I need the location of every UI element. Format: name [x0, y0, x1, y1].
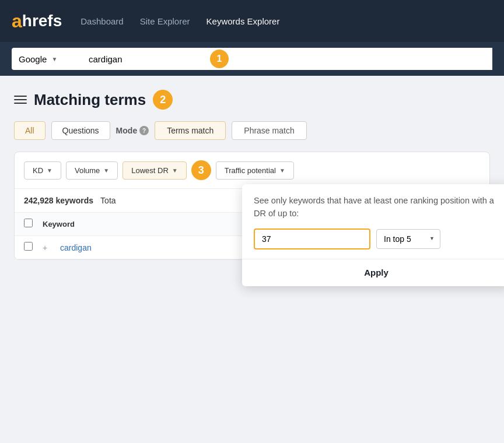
nav-dashboard[interactable]: Dashboard	[80, 16, 123, 26]
tooltip-description: See only keywords that have at least one…	[254, 196, 494, 218]
step-3-badge: 3	[191, 160, 211, 180]
dr-value-input[interactable]	[254, 228, 370, 249]
engine-chevron-icon: ▼	[51, 56, 57, 62]
tooltip-apply-section: Apply	[242, 259, 504, 286]
lowest-dr-chevron-icon: ▼	[172, 167, 178, 174]
volume-dropdown[interactable]: Volume ▼	[66, 161, 118, 180]
lowest-dr-dropdown[interactable]: Lowest DR ▼	[123, 161, 186, 180]
lowest-dr-tooltip: See only keywords that have at least one…	[242, 184, 504, 286]
row-keyword-link[interactable]: cardigan	[60, 243, 92, 252]
page-title: Matching terms	[34, 91, 146, 109]
main-content: Matching terms 2 All Questions Mode ? Te…	[0, 76, 504, 260]
mode-help-icon[interactable]: ?	[139, 126, 149, 135]
traffic-potential-chevron-icon: ▼	[279, 167, 285, 174]
kd-chevron-icon: ▼	[47, 167, 52, 174]
terms-match-button[interactable]: Terms match	[155, 121, 226, 140]
intop-wrapper: In top 5 In top 10 In top 20 In top 50	[376, 229, 440, 249]
all-filter-button[interactable]: All	[14, 121, 46, 140]
nav-keywords-explorer[interactable]: Keywords Explorer	[206, 16, 280, 26]
logo-suffix: hrefs	[22, 12, 62, 30]
tooltip-inputs: In top 5 In top 10 In top 20 In top 50	[254, 228, 499, 249]
step-2-badge: 2	[153, 90, 173, 110]
apply-button[interactable]: Apply	[364, 268, 388, 277]
kd-dropdown[interactable]: KD ▼	[24, 161, 61, 180]
row-checkbox-col	[24, 242, 43, 253]
filter-row: All Questions Mode ? Terms match Phrase …	[14, 121, 490, 140]
engine-select[interactable]: Google ▼	[12, 48, 82, 70]
intop-select[interactable]: In top 5 In top 10 In top 20 In top 50	[376, 229, 440, 249]
search-input[interactable]	[89, 54, 205, 64]
phrase-match-button[interactable]: Phrase match	[232, 121, 306, 140]
header: ahrefs Dashboard Site Explorer Keywords …	[0, 0, 504, 42]
mode-label: Mode ?	[116, 126, 149, 135]
tooltip-body: See only keywords that have at least one…	[242, 184, 504, 259]
questions-filter-button[interactable]: Questions	[51, 121, 110, 140]
keywords-count: 242,928 keywords	[24, 196, 93, 205]
header-checkbox-col	[24, 219, 43, 230]
logo: ahrefs	[12, 10, 62, 32]
select-all-checkbox[interactable]	[24, 219, 33, 227]
hamburger-menu[interactable]	[14, 96, 27, 104]
search-input-wrapper: 1	[82, 48, 492, 70]
traffic-potential-dropdown[interactable]: Traffic potential ▼	[216, 161, 294, 180]
filter-controls: KD ▼ Volume ▼ Lowest DR ▼ 3 Traffic pote…	[15, 152, 489, 189]
nav-site-explorer[interactable]: Site Explorer	[140, 16, 190, 26]
add-row-icon[interactable]: +	[43, 243, 57, 252]
step-1-badge: 1	[210, 50, 229, 68]
row-checkbox[interactable]	[24, 242, 33, 251]
data-section: KD ▼ Volume ▼ Lowest DR ▼ 3 Traffic pote…	[14, 152, 490, 260]
search-bar: Google ▼ 1	[0, 42, 504, 76]
total-label: Tota	[100, 196, 116, 205]
engine-label: Google	[19, 54, 47, 64]
nav-items: Dashboard Site Explorer Keywords Explore…	[80, 16, 279, 26]
page-title-row: Matching terms 2	[14, 90, 490, 110]
logo-a: a	[12, 10, 22, 32]
volume-chevron-icon: ▼	[103, 167, 109, 174]
